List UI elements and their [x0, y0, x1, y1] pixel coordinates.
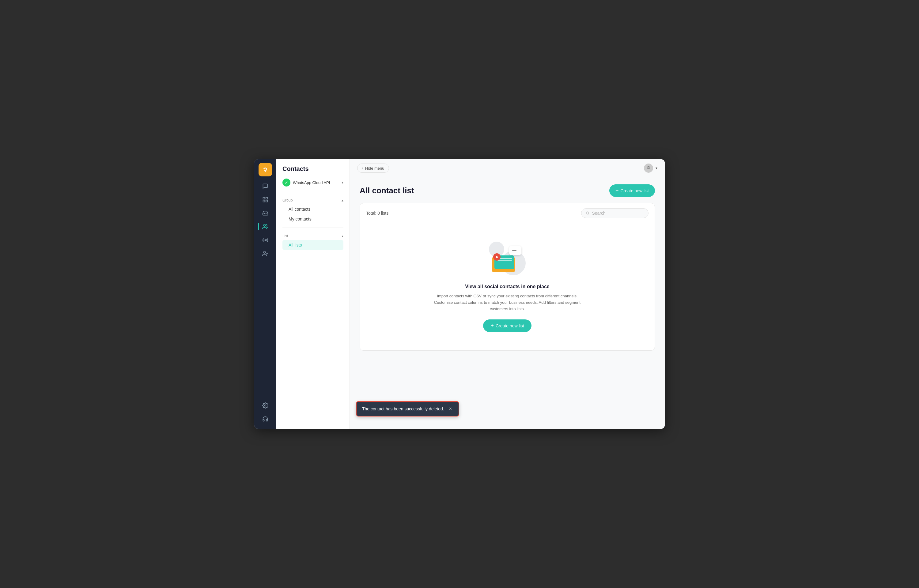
nav-bar — [254, 159, 276, 429]
illus-chat-bubble — [509, 246, 522, 255]
empty-state-description: Import contacts with CSV or sync your ex… — [434, 293, 581, 312]
page-title: All contact list — [360, 186, 414, 195]
app-logo[interactable] — [258, 163, 272, 176]
svg-point-1 — [264, 168, 266, 170]
nav-broadcast[interactable] — [259, 234, 271, 246]
svg-line-14 — [588, 214, 589, 214]
nav-grid[interactable] — [259, 194, 271, 206]
svg-point-7 — [265, 239, 266, 241]
svg-point-8 — [263, 252, 266, 254]
search-box[interactable] — [581, 208, 649, 218]
search-input[interactable] — [592, 211, 644, 216]
list-section: List ▴ All lists — [276, 230, 349, 251]
sidebar-divider-2 — [283, 228, 343, 228]
user-dropdown-icon[interactable]: ▾ — [656, 166, 657, 170]
svg-rect-2 — [263, 197, 265, 199]
sidebar-item-all-contacts[interactable]: All contacts — [283, 204, 343, 214]
toast-notification: The contact has been successfully delete… — [356, 401, 459, 417]
chevron-up-icon: ▴ — [342, 198, 343, 202]
create-new-list-header-button[interactable]: + Create new list — [609, 184, 655, 197]
page-header: All contact list + Create new list — [360, 184, 655, 197]
top-bar: ‹ Hide menu ▾ — [350, 159, 665, 177]
empty-state: View all social contacts in one place Im… — [360, 223, 655, 351]
sidebar-item-all-lists[interactable]: All lists — [283, 240, 343, 250]
chat-lines — [510, 249, 520, 252]
empty-state-title: View all social contacts in one place — [465, 284, 549, 289]
search-icon — [586, 211, 590, 215]
nav-chat[interactable] — [259, 180, 271, 192]
total-count-label: Total: 0 lists — [366, 211, 388, 216]
svg-rect-4 — [263, 200, 265, 202]
plus-icon: + — [615, 187, 619, 194]
list-label: List — [283, 234, 288, 238]
nav-contacts[interactable] — [259, 221, 271, 233]
chat-line-3 — [512, 252, 518, 252]
card-top-bar: Total: 0 lists — [360, 204, 655, 223]
svg-point-13 — [586, 212, 589, 214]
toast-message: The contact has been successfully delete… — [362, 406, 444, 411]
illus-avatar-icon — [493, 253, 501, 261]
plus-icon-empty: + — [491, 323, 494, 329]
contact-list-card: Total: 0 lists — [360, 203, 655, 351]
create-new-list-empty-button[interactable]: + Create new list — [483, 320, 531, 332]
chat-line-2 — [512, 250, 517, 251]
channel-name: WhatsApp Cloud API — [293, 180, 339, 185]
svg-point-6 — [263, 225, 266, 227]
nav-team[interactable] — [259, 247, 271, 260]
top-right: ▾ — [644, 163, 657, 173]
svg-rect-3 — [266, 197, 268, 199]
hide-menu-button[interactable]: ‹ Hide menu — [357, 163, 389, 173]
sidebar-divider-1 — [283, 192, 343, 192]
sidebar: Contacts ✓ WhatsApp Cloud API ▾ Group ▴ … — [276, 159, 350, 429]
chevron-down-icon: ▾ — [342, 180, 343, 185]
toast-close-button[interactable]: × — [448, 406, 453, 412]
svg-rect-5 — [266, 200, 268, 202]
group-section-header: Group ▴ — [283, 198, 343, 202]
group-section: Group ▴ All contacts My contacts — [276, 194, 349, 225]
main-content: ‹ Hide menu ▾ All contact list + — [350, 159, 665, 429]
chevron-left-icon: ‹ — [362, 166, 363, 171]
nav-inbox[interactable] — [259, 207, 271, 219]
list-section-header: List ▴ — [283, 234, 343, 238]
empty-illustration — [489, 242, 526, 275]
sidebar-item-my-contacts[interactable]: My contacts — [283, 214, 343, 224]
svg-point-12 — [648, 166, 649, 168]
nav-help[interactable] — [259, 413, 271, 425]
channel-selector[interactable]: ✓ WhatsApp Cloud API ▾ — [276, 176, 349, 189]
page-content: All contact list + Create new list Total… — [350, 177, 665, 429]
nav-settings[interactable] — [259, 399, 271, 412]
whatsapp-icon: ✓ — [283, 179, 291, 186]
user-avatar[interactable] — [644, 163, 653, 173]
chat-line-1 — [512, 249, 518, 249]
group-label: Group — [283, 198, 292, 202]
sidebar-title: Contacts — [276, 159, 349, 176]
svg-point-11 — [265, 405, 266, 406]
list-chevron-up-icon: ▴ — [342, 234, 343, 238]
